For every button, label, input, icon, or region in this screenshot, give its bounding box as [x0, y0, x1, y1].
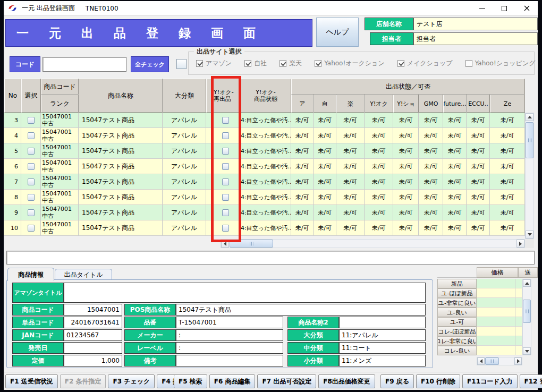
row-select-checkbox[interactable]: [28, 132, 35, 139]
fkey-button-f7[interactable]: F7 出品可否設定: [257, 374, 316, 388]
product-name-cell: 15047テスト商品: [79, 190, 163, 205]
site-checkbox-icon[interactable]: [397, 60, 404, 67]
close-button[interactable]: [515, 1, 538, 15]
price-value-cell[interactable]: [477, 317, 515, 327]
shipping-value-cell[interactable]: [515, 346, 522, 355]
site-option-5[interactable]: メイクショップ: [397, 59, 453, 68]
shipping-value-cell[interactable]: [515, 327, 522, 336]
reexhibit-checkbox[interactable]: [222, 178, 229, 185]
tab-product-info[interactable]: 商品情報: [7, 268, 54, 281]
price-horizontal-scroll-thumb[interactable]: [485, 357, 499, 365]
field-value[interactable]: 240167031641: [64, 317, 122, 328]
price-value-cell[interactable]: [477, 336, 515, 346]
reexhibit-checkbox[interactable]: [222, 209, 229, 216]
all-check-checkbox[interactable]: [176, 59, 187, 69]
site-option-6[interactable]: Yahoo!ショッピング: [465, 59, 536, 68]
shipping-value-cell[interactable]: [515, 279, 522, 288]
status-cell: 未/可: [393, 190, 419, 205]
price-value-cell[interactable]: [477, 327, 515, 336]
reexhibit-checkbox[interactable]: [222, 132, 229, 139]
field-value[interactable]: 1,000: [64, 355, 122, 367]
table-horizontal-scrollbar[interactable]: [221, 239, 525, 248]
field-value[interactable]: [176, 355, 283, 367]
scroll-right-button[interactable]: [516, 240, 524, 248]
fkey-button-f10[interactable]: F10 行削除: [416, 374, 460, 388]
row-select-checkbox[interactable]: [28, 194, 35, 201]
site-checkbox-icon[interactable]: [465, 60, 472, 67]
shipping-value-cell[interactable]: [515, 298, 522, 308]
price-scroll-left-button[interactable]: [477, 357, 485, 365]
shipping-value-cell[interactable]: [515, 308, 522, 317]
price-value-cell[interactable]: [477, 288, 515, 298]
price-value-cell[interactable]: [477, 279, 515, 288]
shipping-value-cell[interactable]: [515, 288, 522, 298]
reexhibit-checkbox[interactable]: [222, 117, 229, 124]
code-input[interactable]: [43, 57, 126, 72]
scroll-up-button[interactable]: [526, 113, 533, 121]
price-horizontal-scrollbar[interactable]: [477, 357, 522, 365]
row-select-checkbox[interactable]: [28, 117, 35, 124]
reexhibit-checkbox[interactable]: [222, 163, 229, 170]
shipping-value-cell[interactable]: [515, 336, 522, 346]
field-value[interactable]: :: [176, 342, 283, 354]
fkey-button-f8[interactable]: F8出品価格変更: [318, 374, 375, 388]
field-value[interactable]: :: [176, 329, 283, 341]
price-value-cell[interactable]: [477, 346, 515, 355]
field-value[interactable]: 01234567: [64, 329, 122, 341]
row-select-checkbox[interactable]: [28, 209, 35, 216]
site-checkbox-icon[interactable]: [196, 60, 203, 67]
field-value[interactable]: 15047001: [64, 304, 122, 316]
fkey-button-f6[interactable]: F6 商品編集: [209, 374, 256, 388]
price-vertical-scrollbar[interactable]: [522, 279, 531, 355]
row-select-checkbox[interactable]: [28, 148, 35, 155]
site-checkbox-icon[interactable]: [244, 60, 251, 67]
scroll-down-button[interactable]: [526, 231, 533, 238]
status-cell: 未/可: [336, 174, 365, 190]
field-value[interactable]: 11:メンズ: [339, 355, 426, 367]
amazon-title-field[interactable]: [64, 283, 426, 303]
fkey-button-f9[interactable]: F9 戻る: [380, 374, 414, 388]
field-value[interactable]: [64, 342, 122, 354]
fkey-button-f3[interactable]: F3 チェック: [108, 374, 155, 388]
reexhibit-checkbox[interactable]: [222, 225, 229, 232]
price-value-cell[interactable]: [477, 298, 515, 308]
reexhibit-checkbox[interactable]: [222, 148, 229, 155]
site-option-2[interactable]: 自社: [244, 59, 267, 68]
staff-field[interactable]: 担当者: [413, 32, 538, 45]
site-checkbox-icon[interactable]: [280, 60, 286, 67]
field-value[interactable]: 11:コート: [339, 342, 426, 354]
scroll-left-button[interactable]: [221, 240, 229, 248]
site-option-1[interactable]: アマゾン: [196, 59, 232, 68]
maximize-button[interactable]: [493, 1, 515, 15]
field-value[interactable]: 15047テスト商品: [176, 304, 426, 316]
help-button[interactable]: ヘルプ: [316, 18, 359, 47]
tab-listing-title[interactable]: 出品タイトル: [55, 269, 112, 280]
price-scroll-right-button[interactable]: [514, 357, 522, 365]
store-name-field[interactable]: テスト店: [413, 18, 538, 30]
price-scroll-down-button[interactable]: [523, 347, 531, 355]
price-value-cell[interactable]: [477, 308, 515, 317]
row-select-checkbox[interactable]: [28, 163, 35, 170]
fkey-button-f1[interactable]: F1 送受信状況: [5, 374, 58, 388]
field-value[interactable]: 11:アパレル: [339, 329, 426, 341]
shipping-value-cell[interactable]: [515, 317, 522, 327]
site-option-4[interactable]: Yahoo!オークション: [315, 59, 385, 68]
field-value[interactable]: T-15047001: [176, 317, 283, 328]
site-option-3[interactable]: 楽天: [280, 59, 302, 68]
price-vertical-scroll-thumb[interactable]: [523, 300, 531, 323]
reexhibit-checkbox[interactable]: [222, 194, 229, 201]
selected-item-text-field[interactable]: [6, 251, 535, 265]
table-vertical-scrollbar[interactable]: [525, 113, 534, 239]
minimize-button[interactable]: [471, 1, 493, 15]
site-checkbox-icon[interactable]: [315, 60, 321, 67]
fkey-button-f5[interactable]: F5 検索: [174, 374, 207, 388]
fkey-button-f12[interactable]: F12 登録: [520, 374, 542, 388]
row-select-checkbox[interactable]: [28, 225, 35, 232]
fkey-button-f11[interactable]: F11コード入力: [462, 374, 517, 388]
horizontal-scroll-thumb[interactable]: [230, 240, 273, 248]
vertical-scroll-thumb[interactable]: [526, 122, 533, 158]
field-value[interactable]: [339, 317, 426, 328]
price-scroll-up-button[interactable]: [523, 279, 531, 287]
row-select-checkbox[interactable]: [28, 178, 35, 185]
category-cell: アパレル: [163, 159, 206, 174]
